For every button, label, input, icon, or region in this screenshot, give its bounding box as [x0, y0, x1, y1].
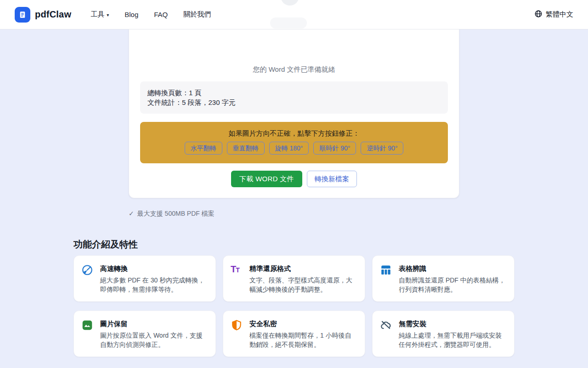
feature-card-body: 無需安裝 純線上處理，無需下載用戶端或安裝任何外掛程式，瀏覽器即可使用。 [399, 319, 507, 349]
table-icon [380, 264, 393, 294]
nav-faq[interactable]: FAQ [154, 11, 168, 18]
nav-blog[interactable]: Blog [124, 11, 138, 18]
feature-card-speed: 高速轉換 絕大多數 PDF 在 30 秒內完成轉換，即傳即轉，無需排隊等待。 [74, 255, 216, 302]
feature-title: 無需安裝 [399, 319, 507, 329]
pdf-document-icon [15, 7, 30, 23]
feature-title: 表格辨識 [399, 264, 507, 274]
feature-card-security: 安全私密 檔案僅在轉換期間暫存，1 小時後自動銷毀，絕不長期保留。 [223, 310, 365, 357]
feature-desc: 檔案僅在轉換期間暫存，1 小時後自動銷毀，絕不長期保留。 [249, 331, 357, 349]
feature-desc: 絕大多數 PDF 在 30 秒內完成轉換，即傳即轉，無需排隊等待。 [100, 276, 208, 294]
rotate-cw-90-button[interactable]: 順時針 90° [313, 142, 356, 155]
text-format-icon: TT [231, 264, 243, 294]
max-size-note: ✓ 最大支援 500MB PDF 檔案 [129, 210, 459, 218]
feature-grid: 高速轉換 絕大多數 PDF 在 30 秒內完成轉換，即傳即轉，無需排隊等待。 T… [74, 255, 514, 357]
scrolled-success-icon-ghost [281, 0, 299, 6]
header: pdfClaw 工具 ▾ Blog FAQ 關於我們 繁體中文 [0, 0, 588, 29]
conversion-stats: 總轉換頁數：1 頁 文件統計：5 段落，230 字元 [140, 81, 448, 114]
feature-card-no-install: 無需安裝 純線上處理，無需下載用戶端或安裝任何外掛程式，瀏覽器即可使用。 [372, 310, 514, 357]
language-label: 繁體中文 [546, 10, 573, 19]
flip-vertical-button[interactable]: 垂直翻轉 [227, 142, 265, 155]
convert-new-file-button[interactable]: 轉換新檔案 [307, 171, 357, 187]
feature-card-body: 表格辨識 自動辨識並還原 PDF 中的表格結構，行列資料清晰對應。 [399, 264, 507, 294]
feature-desc: 純線上處理，無需下載用戶端或安裝任何外掛程式，瀏覽器即可使用。 [399, 331, 507, 349]
features-title: 功能介紹及特性 [74, 239, 514, 250]
shield-icon [231, 319, 243, 349]
feature-desc: 自動辨識並還原 PDF 中的表格結構，行列資料清晰對應。 [399, 276, 507, 294]
feature-title: 精準還原格式 [249, 264, 357, 274]
max-size-note-text: 最大支援 500MB PDF 檔案 [137, 210, 215, 218]
conversion-result-card: 您的 Word 文件已準備就緒 總轉換頁數：1 頁 文件統計：5 段落，230 … [129, 0, 459, 198]
flip-horizontal-button[interactable]: 水平翻轉 [185, 142, 222, 155]
check-icon: ✓ [129, 210, 134, 218]
image-icon [81, 319, 94, 349]
download-word-button[interactable]: 下載 WORD 文件 [231, 171, 302, 187]
result-actions: 下載 WORD 文件 轉換新檔案 [140, 171, 448, 187]
feature-desc: 文字、段落、字型樣式高度還原，大幅減少轉換後的手動調整。 [249, 276, 357, 294]
globe-icon [534, 10, 543, 19]
feature-card-body: 精準還原格式 文字、段落、字型樣式高度還原，大幅減少轉換後的手動調整。 [249, 264, 357, 294]
feature-card-image: 圖片保留 圖片按原位置嵌入 Word 文件，支援自動方向偵測與修正。 [74, 310, 216, 357]
nav-tools[interactable]: 工具 ▾ [90, 10, 109, 19]
feature-card-table: 表格辨識 自動辨識並還原 PDF 中的表格結構，行列資料清晰對應。 [372, 255, 514, 302]
nav-about[interactable]: 關於我們 [183, 10, 211, 19]
orientation-fix-buttons: 水平翻轉 垂直翻轉 旋轉 180° 順時針 90° 逆時針 90° [147, 142, 441, 155]
features-section: 功能介紹及特性 高速轉換 絕大多數 PDF 在 30 秒內完成轉換，即傳即轉，無… [74, 239, 514, 357]
feature-title: 高速轉換 [100, 264, 208, 274]
scrolled-title-ghost [270, 17, 307, 29]
stats-doc-line: 文件統計：5 段落，230 字元 [147, 98, 441, 107]
orientation-fix-notice: 如果圖片方向不正確，點擊下方按鈕修正： [147, 129, 441, 138]
main-nav: 工具 ▾ Blog FAQ 關於我們 [90, 10, 211, 19]
feature-title: 安全私密 [249, 319, 357, 329]
feature-card-format: TT 精準還原格式 文字、段落、字型樣式高度還原，大幅減少轉換後的手動調整。 [223, 255, 365, 302]
language-switcher[interactable]: 繁體中文 [534, 10, 573, 19]
feature-card-body: 高速轉換 絕大多數 PDF 在 30 秒內完成轉換，即傳即轉，無需排隊等待。 [100, 264, 208, 294]
feature-title: 圖片保留 [100, 319, 208, 329]
feature-card-body: 安全私密 檔案僅在轉換期間暫存，1 小時後自動銷毀，絕不長期保留。 [249, 319, 357, 349]
feature-card-body: 圖片保留 圖片按原位置嵌入 Word 文件，支援自動方向偵測與修正。 [100, 319, 208, 349]
cloud-off-icon [380, 319, 393, 349]
brand-logo[interactable]: pdfClaw [15, 7, 71, 23]
feature-desc: 圖片按原位置嵌入 Word 文件，支援自動方向偵測與修正。 [100, 331, 208, 349]
rotate-ccw-90-button[interactable]: 逆時針 90° [361, 142, 403, 155]
brand-name: pdfClaw [35, 9, 71, 20]
nav-tools-label: 工具 [90, 10, 104, 19]
chevron-down-icon: ▾ [107, 12, 109, 17]
rotate-180-button[interactable]: 旋轉 180° [269, 142, 309, 155]
stats-pages-line: 總轉換頁數：1 頁 [147, 88, 441, 98]
speedometer-icon [81, 264, 94, 294]
orientation-fix-panel: 如果圖片方向不正確，點擊下方按鈕修正： 水平翻轉 垂直翻轉 旋轉 180° 順時… [140, 122, 448, 163]
